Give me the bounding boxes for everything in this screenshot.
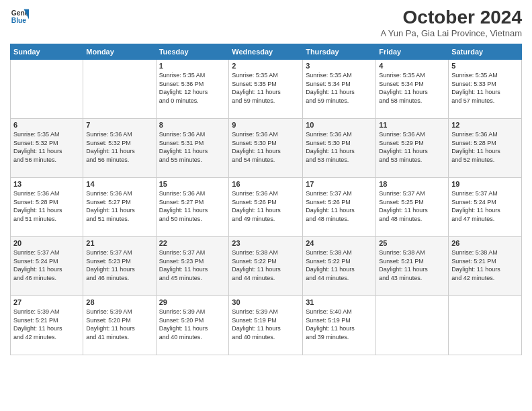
day-number: 25 xyxy=(379,239,445,247)
day-cell: 29Sunrise: 5:39 AM Sunset: 5:20 PM Dayli… xyxy=(156,296,229,355)
day-cell xyxy=(11,60,83,119)
day-number: 27 xyxy=(13,298,80,306)
day-cell: 5Sunrise: 5:35 AM Sunset: 5:33 PM Daylig… xyxy=(449,60,522,119)
day-info: Sunrise: 5:36 AM Sunset: 5:26 PM Dayligh… xyxy=(232,189,300,223)
day-info: Sunrise: 5:35 AM Sunset: 5:34 PM Dayligh… xyxy=(379,71,445,105)
day-number: 1 xyxy=(159,62,226,70)
header-row: Sunday Monday Tuesday Wednesday Thursday… xyxy=(11,44,522,60)
day-info: Sunrise: 5:40 AM Sunset: 5:19 PM Dayligh… xyxy=(306,308,373,341)
day-cell: 13Sunrise: 5:36 AM Sunset: 5:28 PM Dayli… xyxy=(11,178,83,237)
day-cell: 31Sunrise: 5:40 AM Sunset: 5:19 PM Dayli… xyxy=(303,296,376,355)
day-info: Sunrise: 5:36 AM Sunset: 5:27 PM Dayligh… xyxy=(159,189,226,223)
location-subtitle: A Yun Pa, Gia Lai Province, Vietnam xyxy=(380,28,522,38)
svg-text:Blue: Blue xyxy=(11,17,27,24)
day-cell: 12Sunrise: 5:36 AM Sunset: 5:28 PM Dayli… xyxy=(449,119,522,178)
day-info: Sunrise: 5:36 AM Sunset: 5:30 PM Dayligh… xyxy=(306,130,373,164)
day-number: 21 xyxy=(86,239,152,247)
day-info: Sunrise: 5:36 AM Sunset: 5:28 PM Dayligh… xyxy=(13,189,80,223)
header: General Blue October 2024 A Yun Pa, Gia … xyxy=(10,7,522,38)
day-cell: 19Sunrise: 5:37 AM Sunset: 5:24 PM Dayli… xyxy=(449,178,522,237)
title-section: October 2024 A Yun Pa, Gia Lai Province,… xyxy=(380,7,522,38)
day-number: 3 xyxy=(306,62,373,70)
day-number: 28 xyxy=(86,298,152,306)
day-info: Sunrise: 5:36 AM Sunset: 5:27 PM Dayligh… xyxy=(86,189,152,223)
day-cell: 17Sunrise: 5:37 AM Sunset: 5:26 PM Dayli… xyxy=(303,178,376,237)
day-number: 5 xyxy=(451,62,519,70)
col-wednesday: Wednesday xyxy=(229,44,303,60)
day-info: Sunrise: 5:38 AM Sunset: 5:21 PM Dayligh… xyxy=(379,248,445,282)
day-cell: 9Sunrise: 5:36 AM Sunset: 5:30 PM Daylig… xyxy=(229,119,303,178)
day-info: Sunrise: 5:38 AM Sunset: 5:22 PM Dayligh… xyxy=(232,248,300,282)
day-cell: 25Sunrise: 5:38 AM Sunset: 5:21 PM Dayli… xyxy=(376,237,449,296)
day-info: Sunrise: 5:38 AM Sunset: 5:21 PM Dayligh… xyxy=(451,248,519,282)
month-title: October 2024 xyxy=(380,7,522,28)
day-number: 29 xyxy=(159,298,226,306)
day-info: Sunrise: 5:37 AM Sunset: 5:26 PM Dayligh… xyxy=(306,189,373,223)
col-tuesday: Tuesday xyxy=(156,44,229,60)
day-number: 15 xyxy=(159,180,226,188)
day-info: Sunrise: 5:36 AM Sunset: 5:32 PM Dayligh… xyxy=(86,130,152,164)
day-number: 2 xyxy=(232,62,300,70)
day-info: Sunrise: 5:36 AM Sunset: 5:28 PM Dayligh… xyxy=(451,130,519,164)
day-cell: 24Sunrise: 5:38 AM Sunset: 5:22 PM Dayli… xyxy=(303,237,376,296)
day-info: Sunrise: 5:35 AM Sunset: 5:33 PM Dayligh… xyxy=(451,71,519,105)
day-info: Sunrise: 5:35 AM Sunset: 5:35 PM Dayligh… xyxy=(232,71,300,105)
day-number: 31 xyxy=(306,298,373,306)
day-number: 24 xyxy=(306,239,373,247)
day-number: 10 xyxy=(306,121,373,129)
col-friday: Friday xyxy=(376,44,449,60)
day-number: 18 xyxy=(379,180,445,188)
day-info: Sunrise: 5:39 AM Sunset: 5:19 PM Dayligh… xyxy=(232,308,300,341)
logo-icon: General Blue xyxy=(10,7,29,26)
day-info: Sunrise: 5:37 AM Sunset: 5:24 PM Dayligh… xyxy=(13,248,80,282)
day-cell: 26Sunrise: 5:38 AM Sunset: 5:21 PM Dayli… xyxy=(449,237,522,296)
day-number: 22 xyxy=(159,239,226,247)
day-cell: 23Sunrise: 5:38 AM Sunset: 5:22 PM Dayli… xyxy=(229,237,303,296)
day-number: 8 xyxy=(159,121,226,129)
day-cell: 8Sunrise: 5:36 AM Sunset: 5:31 PM Daylig… xyxy=(156,119,229,178)
day-cell xyxy=(376,296,449,355)
day-number: 12 xyxy=(451,121,519,129)
day-info: Sunrise: 5:36 AM Sunset: 5:31 PM Dayligh… xyxy=(159,130,226,164)
week-row-0: 1Sunrise: 5:35 AM Sunset: 5:36 PM Daylig… xyxy=(11,60,522,119)
day-number: 17 xyxy=(306,180,373,188)
day-cell: 2Sunrise: 5:35 AM Sunset: 5:35 PM Daylig… xyxy=(229,60,303,119)
day-cell: 16Sunrise: 5:36 AM Sunset: 5:26 PM Dayli… xyxy=(229,178,303,237)
day-number: 23 xyxy=(232,239,300,247)
day-number: 26 xyxy=(451,239,519,247)
day-number: 16 xyxy=(232,180,300,188)
day-info: Sunrise: 5:37 AM Sunset: 5:25 PM Dayligh… xyxy=(379,189,445,223)
day-cell: 22Sunrise: 5:37 AM Sunset: 5:23 PM Dayli… xyxy=(156,237,229,296)
col-thursday: Thursday xyxy=(303,44,376,60)
day-info: Sunrise: 5:36 AM Sunset: 5:29 PM Dayligh… xyxy=(379,130,445,164)
day-cell: 4Sunrise: 5:35 AM Sunset: 5:34 PM Daylig… xyxy=(376,60,449,119)
day-number: 9 xyxy=(232,121,300,129)
day-number: 6 xyxy=(13,121,80,129)
day-cell xyxy=(449,296,522,355)
day-info: Sunrise: 5:35 AM Sunset: 5:34 PM Dayligh… xyxy=(306,71,373,105)
day-info: Sunrise: 5:37 AM Sunset: 5:24 PM Dayligh… xyxy=(451,189,519,223)
day-cell: 14Sunrise: 5:36 AM Sunset: 5:27 PM Dayli… xyxy=(83,178,156,237)
day-info: Sunrise: 5:39 AM Sunset: 5:21 PM Dayligh… xyxy=(13,308,80,341)
day-cell: 7Sunrise: 5:36 AM Sunset: 5:32 PM Daylig… xyxy=(83,119,156,178)
week-row-4: 27Sunrise: 5:39 AM Sunset: 5:21 PM Dayli… xyxy=(11,296,522,355)
day-cell: 20Sunrise: 5:37 AM Sunset: 5:24 PM Dayli… xyxy=(11,237,83,296)
col-saturday: Saturday xyxy=(449,44,522,60)
day-number: 11 xyxy=(379,121,445,129)
day-cell: 30Sunrise: 5:39 AM Sunset: 5:19 PM Dayli… xyxy=(229,296,303,355)
day-info: Sunrise: 5:35 AM Sunset: 5:32 PM Dayligh… xyxy=(13,130,80,164)
day-number: 13 xyxy=(13,180,80,188)
calendar-table: Sunday Monday Tuesday Wednesday Thursday… xyxy=(10,44,522,355)
week-row-2: 13Sunrise: 5:36 AM Sunset: 5:28 PM Dayli… xyxy=(11,178,522,237)
day-info: Sunrise: 5:37 AM Sunset: 5:23 PM Dayligh… xyxy=(86,248,152,282)
week-row-3: 20Sunrise: 5:37 AM Sunset: 5:24 PM Dayli… xyxy=(11,237,522,296)
day-cell: 15Sunrise: 5:36 AM Sunset: 5:27 PM Dayli… xyxy=(156,178,229,237)
day-cell: 10Sunrise: 5:36 AM Sunset: 5:30 PM Dayli… xyxy=(303,119,376,178)
logo: General Blue xyxy=(10,7,29,26)
day-cell: 1Sunrise: 5:35 AM Sunset: 5:36 PM Daylig… xyxy=(156,60,229,119)
day-info: Sunrise: 5:37 AM Sunset: 5:23 PM Dayligh… xyxy=(159,248,226,282)
day-cell: 3Sunrise: 5:35 AM Sunset: 5:34 PM Daylig… xyxy=(303,60,376,119)
day-info: Sunrise: 5:39 AM Sunset: 5:20 PM Dayligh… xyxy=(159,308,226,341)
day-cell: 11Sunrise: 5:36 AM Sunset: 5:29 PM Dayli… xyxy=(376,119,449,178)
day-number: 30 xyxy=(232,298,300,306)
